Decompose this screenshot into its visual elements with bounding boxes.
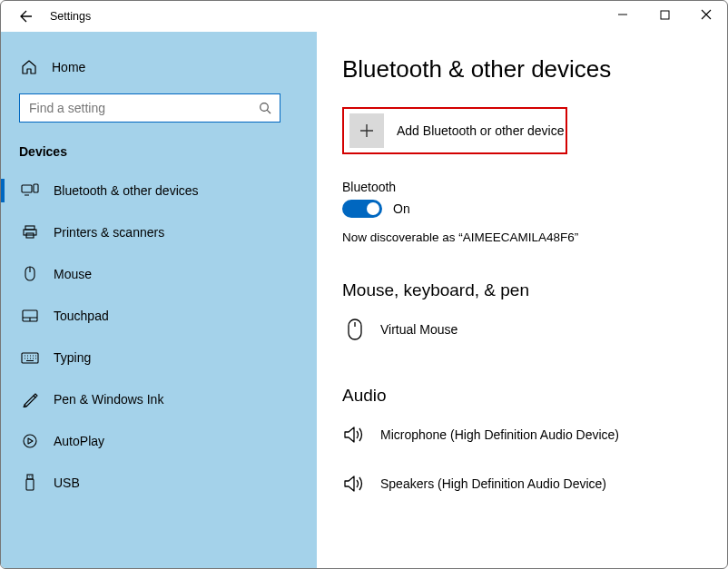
discoverable-text: Now discoverable as “AIMEECAMILA48F6” xyxy=(342,231,705,244)
group-audio: Audio xyxy=(342,386,705,406)
arrow-left-icon xyxy=(16,8,33,25)
printer-icon xyxy=(21,223,39,241)
svg-point-1 xyxy=(261,103,269,111)
home-icon xyxy=(21,59,37,75)
sidebar-item-label: Bluetooth & other devices xyxy=(54,183,199,198)
home-label: Home xyxy=(52,60,85,74)
group-mouse-keyboard: Mouse, keyboard, & pen xyxy=(342,280,705,300)
sidebar-item-printers[interactable]: Printers & scanners xyxy=(1,211,317,253)
keyboard-icon xyxy=(21,348,39,367)
search-icon xyxy=(259,102,272,115)
plus-icon xyxy=(358,122,376,140)
sidebar-item-label: Pen & Windows Ink xyxy=(54,392,163,407)
sidebar-item-bluetooth[interactable]: Bluetooth & other devices xyxy=(1,170,317,211)
device-label: Microphone (High Definition Audio Device… xyxy=(380,427,619,442)
sidebar-item-autoplay[interactable]: AutoPlay xyxy=(1,420,317,462)
close-button[interactable] xyxy=(685,1,727,28)
sidebar-item-mouse[interactable]: Mouse xyxy=(1,253,317,295)
minimize-icon xyxy=(617,9,628,20)
back-button[interactable] xyxy=(14,5,35,27)
search-input[interactable] xyxy=(19,93,280,123)
sidebar-item-pen[interactable]: Pen & Windows Ink xyxy=(1,378,317,420)
device-label: Speakers (High Definition Audio Device) xyxy=(380,476,606,491)
bluetooth-state: On xyxy=(393,201,410,216)
window-controls xyxy=(602,1,727,28)
sidebar-item-label: Mouse xyxy=(54,267,92,281)
usb-icon xyxy=(21,474,39,492)
sidebar-nav: Bluetooth & other devices Printers & sca… xyxy=(1,170,317,504)
plus-tile xyxy=(349,113,384,148)
sidebar-home[interactable]: Home xyxy=(19,50,299,84)
svg-rect-3 xyxy=(34,184,38,192)
sidebar-item-label: USB xyxy=(54,476,80,490)
sidebar-item-touchpad[interactable]: Touchpad xyxy=(1,295,317,337)
minimize-button[interactable] xyxy=(602,1,644,28)
svg-rect-5 xyxy=(24,230,36,235)
pen-icon xyxy=(21,390,39,408)
autoplay-icon xyxy=(21,432,39,450)
bluetooth-heading: Bluetooth xyxy=(342,180,705,194)
mouse-icon xyxy=(21,265,39,283)
device-virtual-mouse[interactable]: Virtual Mouse xyxy=(342,309,705,349)
touchpad-icon xyxy=(21,307,39,325)
device-label: Virtual Mouse xyxy=(380,322,457,337)
sidebar-item-label: Typing xyxy=(54,350,91,365)
window-title: Settings xyxy=(50,10,91,23)
svg-rect-11 xyxy=(27,475,33,479)
sidebar-item-label: Printers & scanners xyxy=(54,225,164,240)
svg-rect-0 xyxy=(661,11,669,19)
main-content: Bluetooth & other devices Add Bluetooth … xyxy=(317,32,727,569)
device-microphone[interactable]: Microphone (High Definition Audio Device… xyxy=(342,415,705,455)
devices-icon xyxy=(21,181,39,200)
device-speakers[interactable]: Speakers (High Definition Audio Device) xyxy=(342,464,705,504)
search-field[interactable] xyxy=(27,100,259,116)
speaker-icon xyxy=(342,425,368,445)
bluetooth-toggle[interactable] xyxy=(342,200,382,218)
sidebar-item-label: AutoPlay xyxy=(54,434,104,448)
sidebar: Home Devices Bluetooth & other devices P… xyxy=(1,32,317,569)
close-icon xyxy=(701,9,712,20)
sidebar-section-label: Devices xyxy=(19,144,299,159)
svg-rect-2 xyxy=(22,185,32,192)
sidebar-item-usb[interactable]: USB xyxy=(1,462,317,504)
add-device-label: Add Bluetooth or other device xyxy=(397,123,564,138)
sidebar-item-label: Touchpad xyxy=(54,309,109,323)
maximize-button[interactable] xyxy=(644,1,685,28)
add-device-button[interactable]: Add Bluetooth or other device xyxy=(342,107,567,154)
svg-rect-12 xyxy=(26,479,34,490)
speaker-icon xyxy=(342,474,368,494)
mouse-icon xyxy=(342,318,368,341)
svg-rect-4 xyxy=(25,226,34,230)
sidebar-item-typing[interactable]: Typing xyxy=(1,337,317,378)
svg-point-10 xyxy=(24,435,36,447)
maximize-icon xyxy=(660,10,670,20)
page-title: Bluetooth & other devices xyxy=(342,55,705,83)
